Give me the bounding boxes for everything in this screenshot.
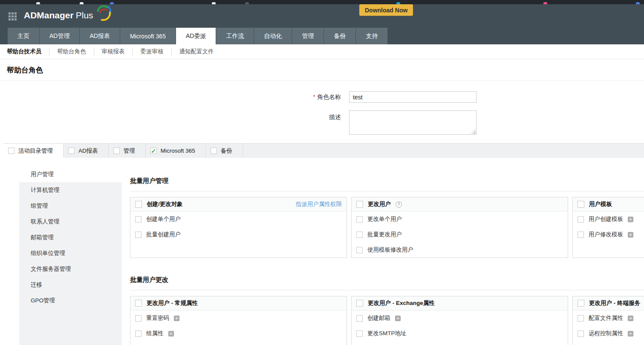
checkbox-checked[interactable]: ✓ — [150, 148, 157, 154]
nav-tab-microsoft-365[interactable]: Microsoft 365 — [120, 28, 176, 44]
checkbox[interactable]: ✓ — [68, 148, 75, 154]
checkbox[interactable]: ✓ — [135, 201, 142, 208]
card-header: ✓ 更改用户 - Exchange属性 — [352, 296, 568, 310]
nav-tab-home[interactable]: 主页 — [8, 28, 40, 44]
permission-label: 创建单个用户 — [146, 215, 181, 223]
permission-item: ✓ 批量更改用户 — [352, 227, 568, 242]
add-icon[interactable]: + — [395, 316, 401, 321]
sidebar-item-contact-management[interactable]: 联系人管理 — [19, 214, 122, 229]
subnav-helpdesk-technicians[interactable]: 帮助台技术员 — [3, 48, 49, 55]
sidebar-item-gpo-management[interactable]: GPO管理 — [19, 293, 122, 308]
add-icon[interactable]: + — [174, 316, 179, 321]
permission-item: ✓ 会话属性 + — [573, 341, 644, 345]
permission-label: 更改单个用户 — [367, 215, 402, 223]
checkbox[interactable]: ✓ — [578, 216, 584, 223]
logo-text-bold: ADManager — [24, 10, 74, 20]
checkbox[interactable]: ✓ — [356, 201, 363, 208]
download-now-button[interactable]: Download Now — [359, 4, 413, 16]
section-bulk-user-management: 批量用户管理 ✓ 创建/更改对象 指派用户属性权限 ✓ 创建单个用户 ✓ 批量创… — [130, 166, 644, 258]
nav-tab-automation[interactable]: 自动化 — [254, 28, 292, 44]
nav-tab-ad-management[interactable]: AD管理 — [40, 28, 80, 44]
checkbox[interactable]: ✓ — [135, 216, 142, 223]
sidebar-item-ou-management[interactable]: 组织单位管理 — [19, 245, 122, 261]
sidebar-item-user-management[interactable]: 用户管理 — [19, 166, 122, 182]
checkbox[interactable]: ✓ — [356, 300, 363, 307]
assign-user-attribute-permissions-link[interactable]: 指派用户属性权限 — [296, 200, 342, 208]
subnav-delegation-audit[interactable]: 委派审核 — [133, 48, 172, 55]
logo-swirl-icon — [94, 4, 112, 21]
checkbox[interactable]: ✓ — [356, 216, 363, 223]
nav-tab-ad-reports[interactable]: AD报表 — [80, 28, 120, 44]
permission-item: ✓ 创建邮箱 + — [352, 310, 568, 326]
nav-tab-ad-delegation[interactable]: AD委派 — [176, 28, 216, 44]
permission-label: 创建邮箱 — [367, 314, 390, 322]
checkbox[interactable]: ✓ — [135, 300, 142, 307]
sidebar-item-migration[interactable]: 迁移 — [19, 277, 122, 293]
permission-item: ✓ 配置文件属性 + — [573, 310, 644, 326]
checkbox[interactable]: ✓ — [113, 148, 120, 154]
permission-label: 远程控制属性 — [589, 330, 623, 337]
module-tab-label: 活动目录管理 — [18, 147, 53, 155]
section-heading: 批量用户管理 — [130, 166, 644, 191]
permission-label: 批量更改用户 — [367, 231, 402, 238]
nav-tab-backup[interactable]: 备份 — [324, 28, 356, 44]
checkbox[interactable]: ✓ — [356, 247, 363, 253]
subnav-notification-profiles[interactable]: 通知配置文件 — [172, 48, 222, 55]
module-tab-ad-reports[interactable]: ✓ AD报表 — [64, 144, 109, 158]
sidebar-item-file-server-management[interactable]: 文件服务器管理 — [19, 261, 122, 277]
permission-item: ✓ 用户创建模板 + — [573, 212, 644, 227]
checkbox[interactable]: ✓ — [135, 331, 142, 337]
category-sidebar: 用户管理 计算机管理 组管理 联系人管理 邮箱管理 组织单位管理 文件服务器管理… — [19, 166, 122, 345]
sidebar-item-mailbox-management[interactable]: 邮箱管理 — [19, 229, 122, 245]
checkbox[interactable]: ✓ — [578, 201, 584, 208]
help-icon[interactable]: ? — [396, 201, 402, 208]
subnav-helpdesk-roles[interactable]: 帮助台角色 — [49, 48, 94, 55]
card-header: ✓ 更改用户 - 常规属性 — [130, 296, 347, 310]
checkbox[interactable]: ✓ — [8, 148, 14, 154]
card-create-modify-objects: ✓ 创建/更改对象 指派用户属性权限 ✓ 创建单个用户 ✓ 批量创建用户 — [130, 197, 347, 258]
add-icon[interactable]: + — [628, 331, 633, 336]
checkbox[interactable]: ✓ — [135, 232, 142, 238]
card-title: 用户模板 — [589, 200, 612, 208]
module-tab-backup[interactable]: ✓ 备份 — [206, 144, 243, 158]
module-tab-admin[interactable]: ✓ 管理 — [109, 144, 146, 158]
checkbox[interactable]: ✓ — [578, 331, 584, 337]
checkbox[interactable]: ✓ — [356, 315, 363, 322]
module-tab-label: AD报表 — [78, 147, 98, 155]
subnav-audit-reports[interactable]: 审核报表 — [94, 48, 133, 55]
module-tab-microsoft-365[interactable]: ✓ Microsoft 365 — [146, 144, 206, 158]
checkbox[interactable]: ✓ — [578, 232, 584, 238]
permission-item: ✓ 设置邮箱权限 — [352, 341, 568, 345]
sidebar-item-group-management[interactable]: 组管理 — [19, 198, 122, 214]
checkbox[interactable]: ✓ — [578, 315, 584, 322]
card-title: 更改用户 - Exchange属性 — [368, 299, 435, 307]
sidebar-item-computer-management[interactable]: 计算机管理 — [19, 182, 122, 198]
apps-grid-icon[interactable] — [9, 12, 17, 20]
add-icon[interactable]: + — [628, 217, 633, 222]
checkbox[interactable]: ✓ — [356, 232, 363, 238]
nav-tab-support[interactable]: 支持 — [356, 28, 388, 44]
nav-tab-workflow[interactable]: 工作流 — [216, 28, 254, 44]
permission-label: 重置密码 — [146, 314, 169, 322]
checkbox[interactable]: ✓ — [356, 331, 363, 337]
permission-item: ✓ 解锁用户 + — [130, 341, 347, 345]
brand-row: ADManager Plus Download Now — [0, 4, 644, 28]
main-nav: 主页 AD管理 AD报表 Microsoft 365 AD委派 工作流 自动化 … — [0, 28, 644, 44]
add-icon[interactable]: + — [628, 316, 633, 321]
role-name-label-text: 角色名称 — [317, 93, 341, 100]
module-tab-label: 管理 — [124, 147, 135, 155]
permission-label: 组属性 — [146, 330, 164, 337]
add-icon[interactable]: + — [628, 232, 633, 238]
checkbox[interactable]: ✓ — [211, 148, 217, 154]
add-icon[interactable]: + — [168, 331, 174, 336]
card-title: 更改用户 - 常规属性 — [147, 299, 198, 307]
checkbox[interactable]: ✓ — [135, 315, 142, 322]
permission-item: ✓ 使用模板修改用户 — [352, 242, 568, 258]
checkbox[interactable]: ✓ — [578, 300, 584, 307]
role-name-input[interactable] — [349, 91, 477, 103]
page-title-bar: 帮助台角色 — [0, 59, 644, 81]
module-tab-active-directory[interactable]: ✓ 活动目录管理 — [3, 144, 64, 158]
card-modify-users-exchange: ✓ 更改用户 - Exchange属性 ✓ 创建邮箱 + ✓ 更改SMTP地址 … — [351, 296, 568, 345]
nav-tab-admin[interactable]: 管理 — [292, 28, 324, 44]
description-textarea[interactable] — [349, 110, 477, 135]
